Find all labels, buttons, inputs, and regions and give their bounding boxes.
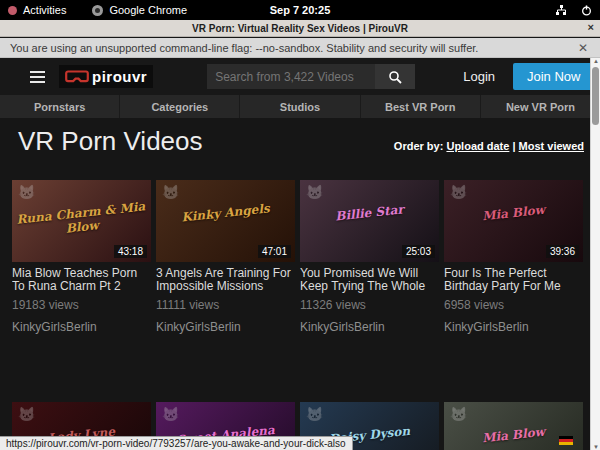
thumbnail-overlay-title: Runa Charm & Mia Blow (12, 199, 151, 241)
scrollbar-thumb[interactable] (592, 67, 599, 125)
warning-close-icon[interactable]: ✕ (578, 41, 588, 55)
search-input[interactable] (207, 64, 375, 89)
video-studio-link[interactable]: KinkyGirlsBerlin (156, 320, 295, 334)
join-now-button[interactable]: Join Now (513, 63, 594, 90)
video-grid: 🐱 Runa Charm & Mia Blow 43:18 Mia Blow T… (0, 180, 600, 450)
video-view-count: 6958 views (444, 298, 583, 312)
video-duration-badge: 43:18 (114, 245, 147, 258)
os-top-bar: Activities Google Chrome Sep 7 20:25 (0, 0, 600, 20)
nav-item-studios[interactable]: Studios (240, 95, 360, 118)
video-duration-badge: 25:03 (402, 245, 435, 258)
nav-item-categories[interactable]: Categories (120, 95, 240, 118)
order-by: Order by: Upload date | Most viewed (394, 140, 584, 152)
page-scrollbar[interactable]: ▲ ▼ (590, 58, 600, 450)
main-nav: Pornstars Categories Studios Best VR Por… (0, 95, 600, 118)
video-studio-link[interactable]: KinkyGirlsBerlin (444, 320, 583, 334)
video-card[interactable]: 🐱 Runa Charm & Mia Blow 43:18 Mia Blow T… (12, 180, 151, 334)
studio-cat-watermark-icon: 🐱 (306, 406, 323, 422)
video-duration-badge: 47:01 (258, 245, 291, 258)
login-link[interactable]: Login (463, 69, 495, 84)
order-by-label: Order by: (394, 140, 444, 152)
video-title-link[interactable]: 3 Angels Are Training For Impossible Mis… (156, 267, 295, 294)
search-button[interactable] (375, 64, 415, 89)
status-bar-url: https://pirouvr.com/vr-porn-video/779325… (0, 436, 353, 450)
menu-hamburger-icon[interactable] (30, 71, 45, 83)
video-view-count: 11111 views (156, 298, 295, 312)
search-icon (388, 70, 402, 84)
video-card[interactable]: 🐱 Billie Star 25:03 You Promised We Will… (300, 180, 439, 334)
video-view-count: 19183 views (12, 298, 151, 312)
studio-cat-watermark-icon: 🐱 (306, 184, 323, 200)
thumbnail-overlay-title: Billie Star (300, 199, 439, 227)
nav-item-pornstars[interactable]: Pornstars (0, 95, 120, 118)
studio-cat-watermark-icon: 🐱 (450, 184, 467, 200)
german-flag (559, 436, 573, 445)
order-by-most-viewed-link[interactable]: Most viewed (519, 140, 584, 152)
scrollbar-up-arrow-icon[interactable]: ▲ (591, 58, 600, 64)
video-title-link[interactable]: You Promised We Will Keep Trying The Who… (300, 267, 439, 294)
video-view-count: 11326 views (300, 298, 439, 312)
nav-item-best-vr-porn[interactable]: Best VR Porn (361, 95, 481, 118)
window-close-button[interactable]: × (588, 21, 594, 33)
studio-cat-watermark-icon: 🐱 (18, 184, 35, 200)
page-heading-row: VR Porn Videos Order by: Upload date | M… (0, 126, 600, 157)
video-card[interactable]: 🐱 Sweet Analena 36:30 Watch Me Getting D… (156, 334, 295, 450)
nav-item-new-vr-porn[interactable]: New VR Porn (481, 95, 600, 118)
video-thumbnail[interactable]: 🐱 Mia Blow 35:58 (444, 402, 583, 450)
chrome-warning-bar: You are using an unsupported command-lin… (0, 38, 600, 58)
thumbnail-overlay-title: Mia Blow (444, 199, 583, 227)
clock[interactable]: Sep 7 20:25 (0, 4, 600, 16)
browser-title-bar: VR Porn: Virtual Reality Sex Videos | Pi… (0, 20, 600, 37)
video-thumbnail[interactable]: 🐱 Kinky Angels 47:01 (156, 180, 295, 262)
video-title-link[interactable]: Mia Blow Teaches Porn To Runa Charm Pt 2 (12, 267, 151, 294)
video-card[interactable]: 🐱 Daisy Dyson 33:59 Im Fucking Your Virg… (300, 334, 439, 450)
search-bar (207, 64, 415, 89)
studio-cat-watermark-icon: 🐱 (162, 184, 179, 200)
power-icon[interactable] (581, 5, 592, 16)
video-thumbnail[interactable]: 🐱 Billie Star 25:03 (300, 180, 439, 262)
order-by-separator: | (512, 140, 515, 152)
video-card[interactable]: 🐱 Lady Lyne 30:17 Are You Awake And Your… (12, 334, 151, 450)
browser-tab-title: VR Porn: Virtual Reality Sex Videos | Pi… (192, 23, 408, 34)
site-logo-text: pirouvr (92, 68, 147, 85)
site-header: pirouvr Login Join Now (0, 58, 600, 95)
video-duration-badge: 39:36 (546, 245, 579, 258)
scrollbar-down-arrow-icon[interactable]: ▼ (591, 444, 600, 450)
studio-cat-watermark-icon: 🐱 (18, 406, 35, 422)
video-card[interactable]: 🐱 Mia Blow 39:36 Four Is The Perfect Bir… (444, 180, 583, 334)
network-icon[interactable] (555, 4, 567, 16)
video-thumbnail[interactable]: 🐱 Mia Blow 39:36 (444, 180, 583, 262)
thumbnail-overlay-title: Kinky Angels (156, 199, 295, 227)
vr-goggles-icon (65, 70, 89, 83)
studio-cat-watermark-icon: 🐱 (450, 406, 467, 422)
video-card[interactable]: 🐱 Kinky Angels 47:01 3 Angels Are Traini… (156, 180, 295, 334)
warning-text: You are using an unsupported command-lin… (10, 42, 478, 54)
video-title-link[interactable]: Four Is The Perfect Birthday Party For M… (444, 267, 583, 294)
video-thumbnail[interactable]: 🐱 Runa Charm & Mia Blow 43:18 (12, 180, 151, 262)
page-title: VR Porn Videos (18, 126, 203, 157)
video-studio-link[interactable]: KinkyGirlsBerlin (300, 320, 439, 334)
screen: Activities Google Chrome Sep 7 20:25 VR … (0, 0, 600, 450)
video-card[interactable]: 🐱 Mia Blow 35:58 Milf Teaches The Teache… (444, 334, 583, 450)
video-studio-link[interactable]: KinkyGirlsBerlin (12, 320, 151, 334)
order-by-upload-date-link[interactable]: Upload date (446, 140, 509, 152)
studio-cat-watermark-icon: 🐱 (162, 406, 179, 422)
site-logo[interactable]: pirouvr (59, 65, 153, 88)
